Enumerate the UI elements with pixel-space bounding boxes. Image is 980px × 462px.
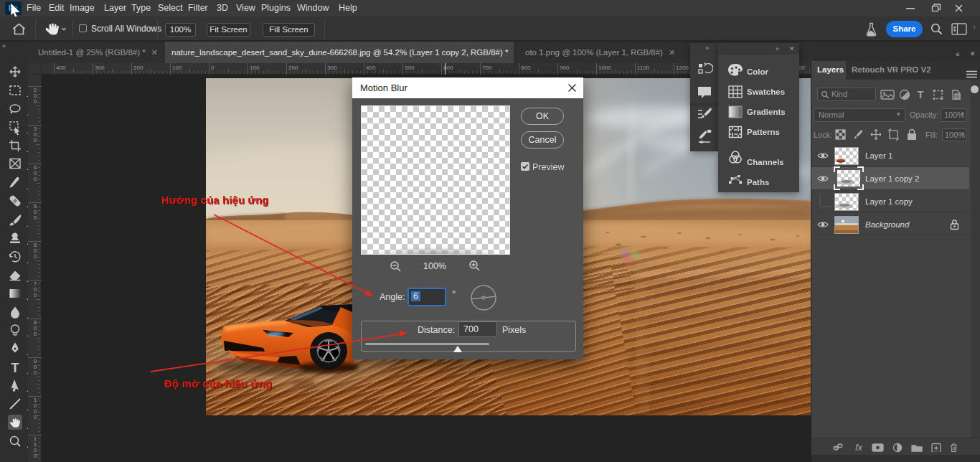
svg-text:T: T [11, 361, 19, 375]
svg-text:T: T [918, 89, 924, 100]
svg-text:fx: fx [855, 442, 863, 452]
